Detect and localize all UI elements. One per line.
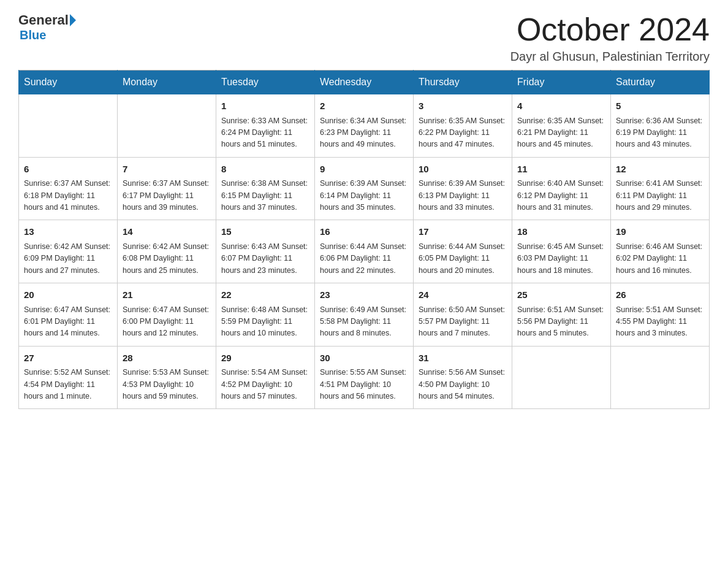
page-header: General Blue October 2024 Dayr al Ghusun…	[18, 12, 710, 64]
day-info: Sunrise: 6:50 AM Sunset: 5:57 PM Dayligh…	[419, 304, 507, 340]
logo-general: General	[18, 12, 69, 28]
calendar-cell: 21Sunrise: 6:47 AM Sunset: 6:00 PM Dayli…	[118, 283, 216, 347]
day-info: Sunrise: 6:36 AM Sunset: 6:19 PM Dayligh…	[616, 115, 704, 151]
calendar-cell	[118, 94, 216, 158]
location-subtitle: Dayr al Ghusun, Palestinian Territory	[510, 50, 710, 64]
day-info: Sunrise: 6:48 AM Sunset: 5:59 PM Dayligh…	[221, 304, 309, 340]
day-info: Sunrise: 6:44 AM Sunset: 6:05 PM Dayligh…	[419, 241, 507, 277]
day-number: 30	[320, 351, 408, 366]
day-info: Sunrise: 6:37 AM Sunset: 6:18 PM Dayligh…	[24, 178, 112, 213]
weekday-header-thursday: Thursday	[414, 71, 512, 94]
day-number: 12	[616, 163, 704, 177]
day-info: Sunrise: 5:53 AM Sunset: 4:53 PM Dayligh…	[123, 367, 211, 402]
day-info: Sunrise: 6:47 AM Sunset: 6:00 PM Dayligh…	[123, 304, 211, 340]
day-number: 28	[123, 351, 211, 366]
logo: General Blue	[18, 12, 76, 42]
calendar-cell: 24Sunrise: 6:50 AM Sunset: 5:57 PM Dayli…	[414, 283, 512, 347]
calendar-cell	[611, 346, 710, 409]
day-info: Sunrise: 6:44 AM Sunset: 6:06 PM Dayligh…	[320, 241, 408, 277]
day-info: Sunrise: 6:39 AM Sunset: 6:13 PM Dayligh…	[419, 178, 507, 213]
day-info: Sunrise: 6:46 AM Sunset: 6:02 PM Dayligh…	[616, 241, 704, 277]
logo-text: General	[18, 12, 76, 28]
day-info: Sunrise: 5:55 AM Sunset: 4:51 PM Dayligh…	[320, 367, 408, 402]
day-info: Sunrise: 6:35 AM Sunset: 6:21 PM Dayligh…	[517, 115, 605, 151]
calendar-header-row: SundayMondayTuesdayWednesdayThursdayFrid…	[19, 71, 710, 94]
logo-blue-text: Blue	[20, 28, 46, 42]
day-info: Sunrise: 6:45 AM Sunset: 6:03 PM Dayligh…	[517, 241, 605, 277]
calendar-cell	[512, 346, 611, 409]
calendar-week-row: 20Sunrise: 6:47 AM Sunset: 6:01 PM Dayli…	[19, 283, 710, 347]
calendar-cell: 25Sunrise: 6:51 AM Sunset: 5:56 PM Dayli…	[512, 283, 611, 347]
day-number: 20	[24, 288, 112, 302]
calendar-week-row: 1Sunrise: 6:33 AM Sunset: 6:24 PM Daylig…	[19, 94, 710, 158]
weekday-header-saturday: Saturday	[611, 71, 710, 94]
day-number: 13	[24, 225, 112, 239]
calendar-cell	[19, 94, 118, 158]
weekday-header-friday: Friday	[512, 71, 611, 94]
day-number: 24	[419, 288, 507, 302]
weekday-header-sunday: Sunday	[19, 71, 118, 94]
day-number: 9	[320, 163, 408, 177]
day-number: 7	[123, 163, 211, 177]
day-info: Sunrise: 6:49 AM Sunset: 5:58 PM Dayligh…	[320, 304, 408, 340]
day-number: 27	[24, 351, 112, 366]
calendar-cell: 27Sunrise: 5:52 AM Sunset: 4:54 PM Dayli…	[19, 346, 118, 409]
logo-arrow-icon	[70, 14, 76, 26]
calendar-cell: 6Sunrise: 6:37 AM Sunset: 6:18 PM Daylig…	[19, 157, 118, 220]
day-number: 22	[221, 288, 309, 302]
calendar-cell: 30Sunrise: 5:55 AM Sunset: 4:51 PM Dayli…	[315, 346, 414, 409]
calendar-cell: 14Sunrise: 6:42 AM Sunset: 6:08 PM Dayli…	[118, 220, 216, 283]
weekday-header-wednesday: Wednesday	[315, 71, 414, 94]
calendar-cell: 4Sunrise: 6:35 AM Sunset: 6:21 PM Daylig…	[512, 94, 611, 158]
day-number: 23	[320, 288, 408, 302]
day-number: 2	[320, 99, 408, 113]
calendar-week-row: 27Sunrise: 5:52 AM Sunset: 4:54 PM Dayli…	[19, 346, 710, 409]
calendar-cell: 28Sunrise: 5:53 AM Sunset: 4:53 PM Dayli…	[118, 346, 216, 409]
month-year-title: October 2024	[510, 12, 710, 47]
calendar-cell: 8Sunrise: 6:38 AM Sunset: 6:15 PM Daylig…	[216, 157, 315, 220]
weekday-header-monday: Monday	[118, 71, 216, 94]
day-number: 1	[221, 99, 309, 113]
day-info: Sunrise: 5:52 AM Sunset: 4:54 PM Dayligh…	[24, 367, 112, 402]
calendar-cell: 16Sunrise: 6:44 AM Sunset: 6:06 PM Dayli…	[315, 220, 414, 283]
day-number: 26	[616, 288, 704, 302]
day-number: 17	[419, 225, 507, 239]
calendar-cell: 13Sunrise: 6:42 AM Sunset: 6:09 PM Dayli…	[19, 220, 118, 283]
calendar-cell: 1Sunrise: 6:33 AM Sunset: 6:24 PM Daylig…	[216, 94, 315, 158]
day-number: 3	[419, 99, 507, 113]
day-number: 5	[616, 99, 704, 113]
calendar-cell: 31Sunrise: 5:56 AM Sunset: 4:50 PM Dayli…	[414, 346, 512, 409]
day-info: Sunrise: 6:41 AM Sunset: 6:11 PM Dayligh…	[616, 178, 704, 213]
day-info: Sunrise: 6:37 AM Sunset: 6:17 PM Dayligh…	[123, 178, 211, 213]
day-info: Sunrise: 6:43 AM Sunset: 6:07 PM Dayligh…	[221, 241, 309, 277]
weekday-header-tuesday: Tuesday	[216, 71, 315, 94]
day-number: 21	[123, 288, 211, 302]
day-info: Sunrise: 6:42 AM Sunset: 6:08 PM Dayligh…	[123, 241, 211, 277]
calendar-table: SundayMondayTuesdayWednesdayThursdayFrid…	[18, 70, 710, 409]
day-info: Sunrise: 5:56 AM Sunset: 4:50 PM Dayligh…	[419, 367, 507, 402]
day-number: 11	[517, 163, 605, 177]
day-info: Sunrise: 5:51 AM Sunset: 4:55 PM Dayligh…	[616, 304, 704, 340]
day-number: 14	[123, 225, 211, 239]
calendar-week-row: 6Sunrise: 6:37 AM Sunset: 6:18 PM Daylig…	[19, 157, 710, 220]
calendar-cell: 29Sunrise: 5:54 AM Sunset: 4:52 PM Dayli…	[216, 346, 315, 409]
day-info: Sunrise: 6:39 AM Sunset: 6:14 PM Dayligh…	[320, 178, 408, 213]
calendar-cell: 7Sunrise: 6:37 AM Sunset: 6:17 PM Daylig…	[118, 157, 216, 220]
calendar-cell: 2Sunrise: 6:34 AM Sunset: 6:23 PM Daylig…	[315, 94, 414, 158]
day-info: Sunrise: 6:33 AM Sunset: 6:24 PM Dayligh…	[221, 115, 309, 151]
calendar-cell: 11Sunrise: 6:40 AM Sunset: 6:12 PM Dayli…	[512, 157, 611, 220]
day-number: 4	[517, 99, 605, 113]
day-number: 15	[221, 225, 309, 239]
calendar-cell: 5Sunrise: 6:36 AM Sunset: 6:19 PM Daylig…	[611, 94, 710, 158]
day-info: Sunrise: 6:40 AM Sunset: 6:12 PM Dayligh…	[517, 178, 605, 213]
calendar-cell: 23Sunrise: 6:49 AM Sunset: 5:58 PM Dayli…	[315, 283, 414, 347]
calendar-cell: 17Sunrise: 6:44 AM Sunset: 6:05 PM Dayli…	[414, 220, 512, 283]
day-number: 19	[616, 225, 704, 239]
day-number: 10	[419, 163, 507, 177]
calendar-cell: 12Sunrise: 6:41 AM Sunset: 6:11 PM Dayli…	[611, 157, 710, 220]
calendar-week-row: 13Sunrise: 6:42 AM Sunset: 6:09 PM Dayli…	[19, 220, 710, 283]
day-info: Sunrise: 5:54 AM Sunset: 4:52 PM Dayligh…	[221, 367, 309, 402]
calendar-cell: 10Sunrise: 6:39 AM Sunset: 6:13 PM Dayli…	[414, 157, 512, 220]
day-number: 25	[517, 288, 605, 302]
day-info: Sunrise: 6:42 AM Sunset: 6:09 PM Dayligh…	[24, 241, 112, 277]
